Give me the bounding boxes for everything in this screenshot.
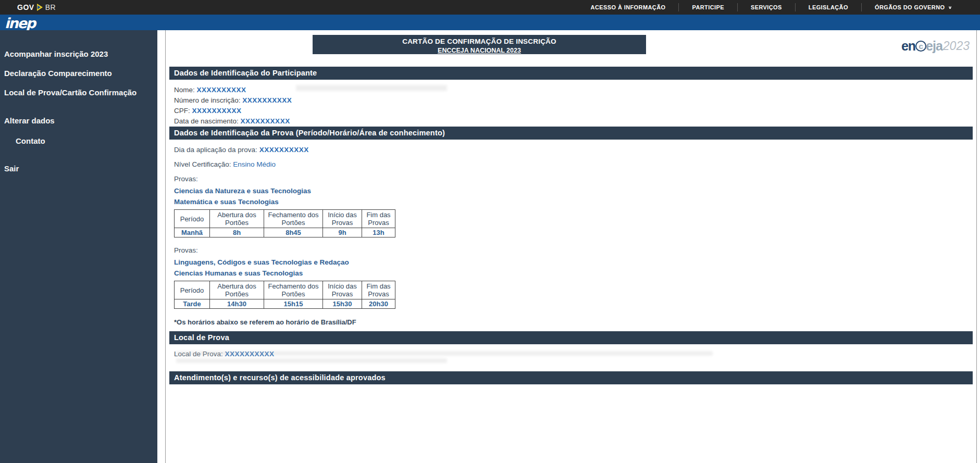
govbr-logo-br: BR xyxy=(45,3,56,11)
cell-fim-tarde: 20h30 xyxy=(362,299,395,309)
field-nascimento-value: XXXXXXXXXX xyxy=(241,117,290,125)
participant-fields: Nome: XXXXXXXXXX Número de inscrição: XX… xyxy=(166,80,976,127)
table-row: Tarde 14h30 15h15 15h30 20h30 xyxy=(175,299,395,309)
table-header-row: Período Abertura dos Portões Fechamento … xyxy=(175,210,395,228)
inep-navbar: inep xyxy=(0,15,980,30)
col-inicio: Início das Provas xyxy=(323,281,362,299)
col-abertura: Abertura dos Portões xyxy=(210,210,264,228)
gov-topbar: GOV BR ACESSO À INFORMAÇÃO PARTICIPE SER… xyxy=(0,0,980,15)
govbr-logo[interactable]: GOV BR xyxy=(17,3,56,11)
inep-logo[interactable]: inep xyxy=(5,17,35,30)
cell-fim-manha: 13h xyxy=(362,228,395,237)
cell-fechamento-manha: 8h45 xyxy=(264,228,323,237)
sidebar-item-declaracao-comparecimento[interactable]: Declaração Comparecimento xyxy=(4,69,152,77)
redaction-smudge xyxy=(296,85,447,91)
redaction-smudge xyxy=(176,351,713,356)
sidebar-item-acompanhar-inscricao[interactable]: Acompanhar inscrição 2023 xyxy=(4,50,152,58)
field-numero-label: Número de inscrição: xyxy=(174,96,241,104)
topbar-menu-legislacao[interactable]: LEGISLAÇÃO xyxy=(796,4,861,10)
table-header-row: Período Abertura dos Portões Fechamento … xyxy=(175,281,395,299)
topbar-menu-orgaos[interactable]: ÓRGÃOS DO GOVERNO∨ xyxy=(862,4,965,10)
cell-abertura-tarde: 14h30 xyxy=(210,299,264,309)
field-numero-inscricao: Número de inscrição: XXXXXXXXXX xyxy=(174,95,976,106)
sidebar-item-contato[interactable]: Contato xyxy=(4,137,152,145)
section-local-header: Local de Prova xyxy=(169,331,973,344)
field-cpf-label: CPF: xyxy=(174,107,190,115)
encceja-nacional-link[interactable]: ENCCEJA NACIONAL 2023 xyxy=(438,47,521,54)
schedule-table-afternoon: Período Abertura dos Portões Fechamento … xyxy=(174,281,395,309)
topbar-menu-orgaos-label: ÓRGÃOS DO GOVERNO xyxy=(875,4,945,10)
col-inicio: Início das Provas xyxy=(323,210,362,228)
table-row: Manhã 8h 8h45 9h 13h xyxy=(175,228,395,237)
cell-inicio-tarde: 15h30 xyxy=(323,299,362,309)
field-nascimento-label: Data de nascimento: xyxy=(174,117,239,125)
field-cpf-value: XXXXXXXXXX xyxy=(192,107,242,115)
topbar-menu-servicos[interactable]: SERVIÇOS xyxy=(738,4,795,10)
subject-matematica: Matemática e suas Tecnologias xyxy=(174,198,976,206)
chevron-down-icon: ∨ xyxy=(948,5,952,10)
provas-label-afternoon: Provas: xyxy=(174,246,976,254)
certification-level-row: Nível Certificação: Ensino Médio xyxy=(174,160,976,168)
col-fechamento: Fechamento dos Portões xyxy=(264,281,323,299)
govbr-logo-gov: GOV xyxy=(17,3,34,11)
field-cpf: CPF: XXXXXXXXXX xyxy=(174,106,976,116)
logo-circled-c: c xyxy=(919,42,923,50)
subject-ciencias-natureza: Ciencias da Natureza e suas Tecnologias xyxy=(174,187,976,195)
topbar-menu-acesso[interactable]: ACESSO À INFORMAÇÃO xyxy=(578,4,679,10)
field-numero-value: XXXXXXXXXX xyxy=(242,96,292,104)
topbar-menu: ACESSO À INFORMAÇÃO PARTICIPE SERVIÇOS L… xyxy=(578,0,965,15)
cell-inicio-manha: 9h xyxy=(323,228,362,237)
cell-periodo-tarde: Tarde xyxy=(175,299,210,309)
provas-label-morning: Provas: xyxy=(174,175,976,183)
encceja-2023-logo: en c eja 2023 xyxy=(901,39,970,54)
logo-circle-icon: c xyxy=(915,41,926,52)
field-data-nascimento: Data de nascimento: XXXXXXXXXX xyxy=(174,116,976,127)
col-fechamento: Fechamento dos Portões xyxy=(264,210,323,228)
subject-linguagens: Linguagens, Códigos e suas Tecnologias e… xyxy=(174,258,976,266)
schedule-table-morning: Período Abertura dos Portões Fechamento … xyxy=(174,209,395,237)
certification-level-value: Ensino Médio xyxy=(233,160,276,168)
field-nome-label: Nome: xyxy=(174,86,195,94)
sidebar-item-local-prova-cartao[interactable]: Local de Prova/Cartão Confirmação xyxy=(4,89,152,96)
col-periodo: Período xyxy=(175,281,210,299)
application-day-row: Dia da aplicação da prova: XXXXXXXXXX xyxy=(174,146,976,154)
confirmation-card-header: CARTÃO DE CONFIRMAÇÃO DE INSCRIÇÃO ENCCE… xyxy=(313,35,646,54)
topbar-menu-participe[interactable]: PARTICIPE xyxy=(679,4,737,10)
cell-fechamento-tarde: 15h15 xyxy=(264,299,323,309)
sidebar: Acompanhar inscrição 2023 Declaração Com… xyxy=(0,30,157,463)
col-abertura: Abertura dos Portões xyxy=(210,281,264,299)
field-nome-value: XXXXXXXXXX xyxy=(197,86,246,94)
sidebar-item-sair[interactable]: Sair xyxy=(4,165,152,172)
col-fim: Fim das Provas xyxy=(362,210,395,228)
col-periodo: Período xyxy=(175,210,210,228)
logo-text-en: en xyxy=(901,39,915,54)
layout-gap xyxy=(157,30,165,463)
card-title: CARTÃO DE CONFIRMAÇÃO DE INSCRIÇÃO xyxy=(313,37,646,45)
redaction-smudge xyxy=(176,358,447,363)
cell-periodo-manha: Manhã xyxy=(175,228,210,237)
logo-text-eja: eja xyxy=(926,39,942,54)
col-fim: Fim das Provas xyxy=(362,281,395,299)
cell-abertura-manha: 8h xyxy=(210,228,264,237)
section-accessibility-header: Atendimento(s) e recurso(s) de acessibil… xyxy=(169,371,973,384)
field-nome: Nome: XXXXXXXXXX xyxy=(174,85,976,95)
timezone-note: *Os horários abaixo se referem ao horári… xyxy=(174,318,976,326)
certification-level-label: Nível Certificação: xyxy=(174,160,231,168)
section-participant-header: Dados de Identificação do Participante xyxy=(169,67,973,80)
subject-ciencias-humanas: Ciencias Humanas e suas Tecnologias xyxy=(174,269,976,277)
section-exam-header: Dados de Identificação da Prova (Período… xyxy=(169,127,973,140)
sidebar-item-alterar-dados[interactable]: Alterar dados xyxy=(4,117,152,124)
logo-year: 2023 xyxy=(943,39,970,53)
application-day-value: XXXXXXXXXX xyxy=(259,146,309,154)
main-panel: CARTÃO DE CONFIRMAÇÃO DE INSCRIÇÃO ENCCE… xyxy=(165,30,977,463)
brazil-flag-icon xyxy=(37,4,43,11)
application-day-label: Dia da aplicação da prova: xyxy=(174,146,257,154)
